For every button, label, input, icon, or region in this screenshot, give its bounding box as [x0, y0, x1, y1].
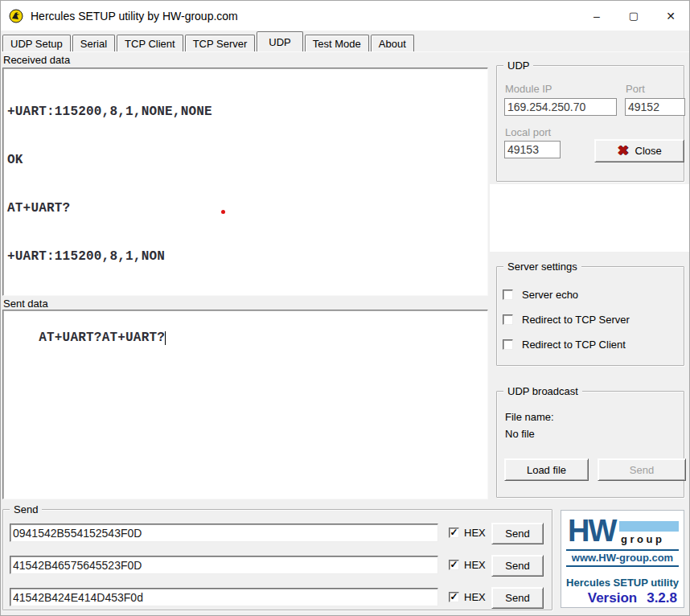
udp-broadcast-title: UDP broadcast [503, 385, 582, 397]
tab-udp-setup[interactable]: UDP Setup [2, 35, 71, 51]
text-caret [165, 331, 166, 345]
hex-label-2: HEX [464, 559, 486, 571]
maximize-icon[interactable]: ▢ [615, 1, 652, 31]
send-input-2[interactable] [10, 556, 438, 574]
window-title: Hercules SETUP utility by HW-group.com [31, 10, 238, 23]
send-button-1-label: Send [505, 528, 529, 540]
tab-serial[interactable]: Serial [72, 35, 115, 51]
logo-divider-top [566, 549, 679, 551]
hw-logo-text: HW [568, 515, 615, 546]
received-data-label: Received data [3, 54, 70, 66]
logo-app-name: Hercules SETUP utility [561, 577, 684, 589]
cursor-dot [221, 210, 225, 214]
received-data-area[interactable]: +UART:115200,8,1,NONE,NONE OK AT+UART? +… [2, 68, 488, 296]
send-input-3[interactable] [10, 588, 438, 606]
send-row-2: ✓ HEX Send [3, 555, 553, 577]
file-name-label: File name: [505, 411, 554, 423]
hex-checkbox-2[interactable]: ✓ [449, 560, 459, 570]
udp-group-title: UDP [503, 60, 533, 72]
udp-group: UDP Module IP Port Local port ✖ Close [496, 65, 684, 182]
send-group: Send ✓ HEX Send ✓ HEX Send ✓ HEX Send [2, 509, 552, 610]
redirect-tcp-server-checkbox[interactable] [503, 314, 513, 325]
send-button-3-label: Send [505, 592, 529, 604]
send-group-title: Send [10, 503, 42, 515]
server-echo-checkbox[interactable] [503, 290, 513, 300]
hw-group-logo-panel: HW group www.HW-group.com Hercules SETUP… [561, 510, 684, 608]
send-input-1[interactable] [10, 524, 438, 542]
redirect-tcp-client-label: Redirect to TCP Client [522, 339, 626, 351]
hw-logo-bar [619, 521, 679, 532]
tab-tcp-server[interactable]: TCP Server [185, 35, 256, 51]
hex-label-3: HEX [464, 591, 486, 603]
server-settings-title: Server settings [503, 261, 581, 273]
send-button-1[interactable]: Send [491, 523, 544, 544]
app-icon [8, 8, 24, 24]
version-number: 3.2.8 [647, 590, 677, 606]
send-row-3: ✓ HEX Send [3, 587, 553, 609]
close-button-label: Close [635, 145, 662, 157]
logo-divider-bottom [566, 565, 679, 567]
tab-test-mode[interactable]: Test Mode [305, 35, 369, 51]
file-name-value: No file [505, 428, 535, 440]
close-button[interactable]: ✖ Close [594, 139, 684, 162]
redirect-tcp-client-checkbox[interactable] [503, 339, 513, 350]
sent-text: AT+UART?AT+UART? [39, 331, 165, 345]
server-settings-group: Server settings Server echo Redirect to … [496, 266, 684, 366]
redirect-tcp-server-label: Redirect to TCP Server [522, 314, 630, 326]
right-panel-white-area [490, 184, 690, 252]
website-link[interactable]: www.HW-group.com [561, 552, 684, 564]
hex-checkbox-3[interactable]: ✓ [449, 592, 459, 602]
send-button-2-label: Send [505, 560, 529, 572]
local-port-label: Local port [505, 126, 551, 138]
port-label: Port [626, 83, 645, 95]
load-file-button[interactable]: Load file [504, 458, 589, 481]
received-line: +UART:115200,8,1,NON [7, 248, 487, 265]
tab-udp[interactable]: UDP [257, 31, 302, 51]
broadcast-send-button-label: Send [630, 464, 654, 476]
sent-data-area[interactable]: AT+UART?AT+UART? [2, 310, 488, 499]
title-bar: Hercules SETUP utility by HW-group.com –… [1, 1, 689, 31]
received-line: AT+UART? [7, 200, 487, 216]
udp-broadcast-group: UDP broadcast File name: No file Load fi… [496, 391, 684, 498]
tab-bar: UDP Setup Serial TCP Client TCP Server U… [2, 31, 416, 51]
sent-data-label: Sent data [3, 298, 48, 310]
port-field[interactable] [625, 98, 685, 116]
received-line: OK [7, 152, 487, 168]
minimize-icon[interactable]: – [578, 1, 615, 31]
tab-page-edge [1, 51, 689, 52]
version-text: Version3.2.8 [561, 590, 684, 606]
close-icon[interactable]: ✕ [652, 1, 689, 31]
received-line: +UART:115200,8,1,NONE,NONE [7, 104, 487, 120]
app-window: Hercules SETUP utility by HW-group.com –… [0, 0, 690, 616]
tab-tcp-client[interactable]: TCP Client [117, 35, 183, 51]
load-file-button-label: Load file [527, 464, 566, 476]
close-x-icon: ✖ [617, 142, 628, 159]
hw-logo-group-text: group [621, 533, 664, 545]
version-label: Version [588, 590, 637, 606]
tab-about[interactable]: About [371, 35, 414, 51]
local-port-field[interactable] [504, 141, 561, 158]
server-echo-label: Server echo [522, 289, 578, 301]
send-row-1: ✓ HEX Send [3, 523, 553, 544]
send-button-3[interactable]: Send [491, 587, 544, 609]
module-ip-field[interactable] [504, 98, 617, 116]
hex-label-1: HEX [464, 527, 486, 539]
module-ip-label: Module IP [505, 83, 552, 95]
send-button-2[interactable]: Send [491, 555, 544, 577]
hex-checkbox-1[interactable]: ✓ [449, 528, 459, 538]
broadcast-send-button[interactable]: Send [598, 458, 686, 481]
